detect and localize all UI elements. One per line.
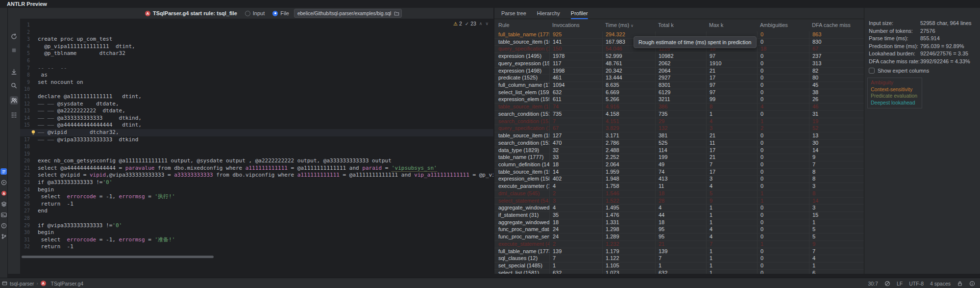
- profiler-row[interactable]: func_proc_name_serv...241.28995405: [494, 234, 864, 241]
- profiler-row[interactable]: sql_clauses (12)71.1227104: [494, 255, 864, 262]
- tab-parse-tree[interactable]: Parse tree: [501, 8, 526, 19]
- code-line[interactable]: as: [20, 72, 493, 79]
- show-expert-columns-checkbox[interactable]: Show expert columns: [869, 68, 929, 74]
- line-separator[interactable]: LF: [897, 281, 903, 287]
- tab-profiler[interactable]: Profiler: [571, 8, 588, 19]
- profiler-row[interactable]: search_condition (1517)4702.78652511030: [494, 140, 864, 147]
- code-line[interactable]: exec nb_com_getsysconfig @a1111111111111…: [20, 157, 493, 165]
- prev-issue-icon[interactable]: ∧: [479, 21, 483, 26]
- profiler-row[interactable]: aggregate_windowed...41.4954103: [494, 205, 864, 212]
- profiler-row[interactable]: expression_elem (1589)4021.948413308: [494, 176, 864, 183]
- profiler-row[interactable]: select_statement (54...31.522289114: [494, 198, 864, 205]
- antlr-preview-icon[interactable]: [0, 168, 7, 175]
- code-line[interactable]: begin: [20, 229, 493, 236]
- column-header-invocations[interactable]: Invocations: [549, 22, 602, 28]
- profiler-row[interactable]: set_special (1485)11.1051101: [494, 262, 864, 270]
- code-editor[interactable]: 1234567891011121314151617181920212223242…: [20, 19, 493, 274]
- profiler-row[interactable]: search_condition (1519)7354.1587351031: [494, 111, 864, 118]
- profiler-row[interactable]: column_definition (1421)182.06449707: [494, 161, 864, 169]
- code-line[interactable]: —— @vipid dtchar32,: [20, 129, 493, 136]
- profiler-row[interactable]: query_expression (1527)11748.76120621910…: [494, 60, 864, 68]
- code-line[interactable]: -- -- --: [20, 65, 493, 72]
- services-icon[interactable]: [0, 201, 7, 207]
- profiler-row[interactable]: table_name (1777)332.2521992109: [494, 154, 864, 161]
- code-line[interactable]: —— —— @a333333333333 dtkind,: [20, 115, 493, 122]
- code-line[interactable]: —— —— @sysdate dtdate,: [20, 101, 493, 108]
- code-line[interactable]: return -1: [20, 201, 493, 208]
- code-line[interactable]: select errorcode = -1, errormsg = '执行!': [20, 193, 493, 201]
- refresh-icon[interactable]: [10, 32, 18, 41]
- profiler-row[interactable]: expression_elem (1590)6115.266321199026: [494, 96, 864, 104]
- folder-browse-icon[interactable]: [394, 11, 399, 16]
- profiler-row[interactable]: aggregate_windowed...181.33118101: [494, 219, 864, 227]
- structure-icon[interactable]: [10, 111, 18, 119]
- tab-hierarchy[interactable]: Hierarchy: [537, 8, 560, 19]
- code-line[interactable]: begin: [20, 186, 493, 194]
- caret-position[interactable]: 30:7: [868, 281, 878, 287]
- profiler-row[interactable]: data_type (1829)322.48811417014: [494, 147, 864, 155]
- code-line[interactable]: if @a333333333333 !='0': [20, 179, 493, 186]
- inspections-widget-icon[interactable]: [969, 281, 975, 287]
- profiler-row[interactable]: expression (1495)197852.99910982970237: [494, 53, 864, 60]
- code-line[interactable]: end: [20, 208, 493, 215]
- profiler-row[interactable]: query_specification (1...673.8291323252: [494, 125, 864, 132]
- profiler-row[interactable]: select_list (1581)6321.073632106: [494, 270, 864, 274]
- code-line[interactable]: @p_vipa1111111111111 dtint,: [20, 43, 493, 51]
- breadcrumb-file[interactable]: TSqlParser.g4: [51, 281, 84, 287]
- profiler-row[interactable]: execute_statement (4...21.23221719: [494, 241, 864, 248]
- indent-style[interactable]: 4 spaces: [930, 281, 951, 287]
- profiler-row[interactable]: dml_clause (545)21.54618518: [494, 190, 864, 198]
- profiler-row[interactable]: table_source_item (15...1273.17138121013: [494, 132, 864, 140]
- column-header-max-k[interactable]: Max k: [706, 22, 757, 28]
- code-line[interactable]: select @a444444444444444 = paravalue fro…: [20, 165, 493, 172]
- problems-icon[interactable]: [0, 222, 7, 229]
- code-line[interactable]: —— —— @vipa333333333333 dtkind: [20, 136, 493, 144]
- inspections-widget[interactable]: ⚠ 2 ✓ 23 ∧ ∨: [453, 21, 489, 26]
- input-file-path-field[interactable]: ebelice/Github/tsql-parser/examples/big.…: [294, 9, 402, 18]
- code-line[interactable]: [20, 215, 493, 222]
- profiler-row[interactable]: func_proc_name_data...241.29895405: [494, 226, 864, 234]
- lock-icon[interactable]: [957, 281, 963, 287]
- code-line[interactable]: set nocount on: [20, 79, 493, 86]
- code-line[interactable]: [20, 29, 493, 36]
- highlighting-level-icon[interactable]: [884, 281, 890, 287]
- column-header-total-k[interactable]: Total k: [655, 22, 706, 28]
- horizontal-scrollbar[interactable]: [22, 256, 214, 258]
- code-line[interactable]: select errorcode = -1, errormsg = '准备!': [20, 236, 493, 244]
- file-radio-circle[interactable]: [272, 11, 278, 16]
- scroll-to-source-icon[interactable]: [10, 68, 18, 76]
- code-line[interactable]: [20, 151, 493, 158]
- terminal-icon[interactable]: [0, 211, 7, 218]
- code-line[interactable]: if @vipa333333333333 !='0': [20, 222, 493, 230]
- profiler-row[interactable]: execute_parameter (1...41.75811403: [494, 183, 864, 190]
- profiler-row[interactable]: table_source_item (15...141.959741708: [494, 169, 864, 176]
- code-line[interactable]: return -1: [20, 243, 493, 251]
- profiler-row[interactable]: full_column_name (17...10948.63583019704…: [494, 82, 864, 89]
- column-header-rule[interactable]: Rule: [494, 22, 549, 28]
- version-control-icon[interactable]: [0, 233, 7, 239]
- file-radio[interactable]: File: [272, 10, 289, 16]
- profiler-row[interactable]: expression (1498)199820.342206421082: [494, 68, 864, 75]
- checkbox-box[interactable]: [869, 68, 875, 74]
- input-radio-circle[interactable]: [245, 11, 250, 16]
- profiler-icon[interactable]: [10, 96, 18, 105]
- file-encoding[interactable]: UTF-8: [909, 281, 924, 287]
- breadcrumb-project[interactable]: tsql-parser: [10, 281, 34, 287]
- intention-bulb-icon[interactable]: [30, 130, 36, 135]
- code-line[interactable]: create proc up_com_test: [20, 36, 493, 43]
- column-header-time-ms-[interactable]: Time (ms)∨: [602, 22, 655, 28]
- next-issue-icon[interactable]: ∨: [485, 21, 489, 26]
- column-header-ambiguities[interactable]: Ambiguities: [757, 22, 809, 28]
- code-line[interactable]: [20, 57, 493, 65]
- antlr-console-icon[interactable]: A: [0, 190, 7, 196]
- code-line[interactable]: [20, 143, 493, 151]
- profiler-row[interactable]: search_condition (15...74.151294119: [494, 118, 864, 126]
- code-line[interactable]: select @vipid = vipid,@vipa333333333333 …: [20, 172, 493, 179]
- profiler-row[interactable]: table_source_item (15...744.9163868446: [494, 104, 864, 111]
- code-line[interactable]: —— —— @a444444444444444 dtint,: [20, 122, 493, 129]
- code-line[interactable]: @p_tblname dtchar32: [20, 50, 493, 57]
- search-icon[interactable]: [10, 81, 18, 90]
- code-line[interactable]: [20, 86, 493, 93]
- code-line[interactable]: [20, 22, 493, 29]
- code-line[interactable]: —— —— @a2222222222 dtdate,: [20, 107, 493, 115]
